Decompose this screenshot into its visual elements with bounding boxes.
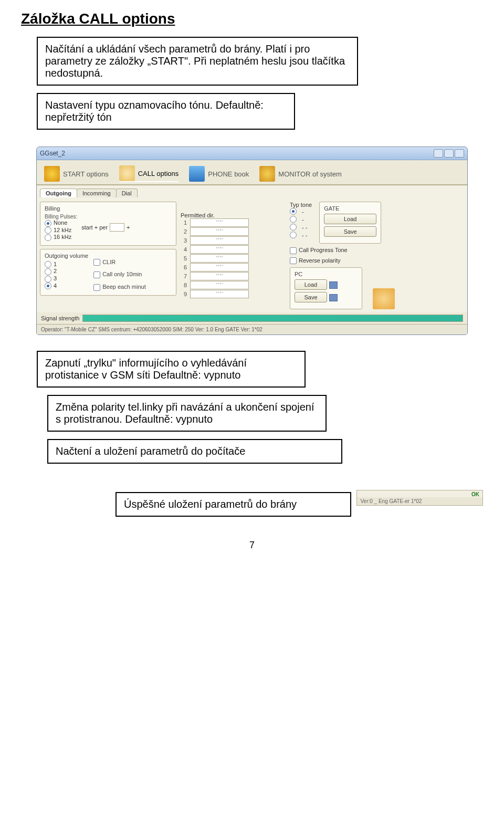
close-icon[interactable] — [455, 149, 464, 158]
start-icon — [44, 166, 60, 182]
permitted-input[interactable]: **** — [190, 263, 249, 271]
info-box-success: Úspěšné uložení parametrů do brány — [116, 492, 351, 517]
typ-tone-title: Typ tone — [290, 202, 312, 208]
outgoing-vol-group: Outgoing volume 1 2 3 4 CLIR Call only 1… — [40, 249, 176, 296]
tone-opt-2[interactable]: - — [290, 216, 312, 223]
pc-title: PC — [295, 271, 358, 277]
window-title: GGset_2 — [40, 150, 65, 157]
phone-icon — [189, 166, 205, 182]
permitted-input[interactable]: **** — [190, 281, 249, 289]
permitted-row: 1**** — [181, 218, 249, 227]
status-line2: Ver:0 _ Eng GATE-er 1*02 — [357, 497, 482, 505]
permitted-input[interactable]: **** — [190, 290, 249, 298]
permitted-dir: Permitted dir. 1****2****3****4****5****… — [181, 212, 249, 298]
permitted-row: 8**** — [181, 281, 249, 289]
pc-save-button[interactable]: Save — [295, 292, 327, 302]
subtab-dial[interactable]: Dial — [116, 189, 138, 197]
info-box-load-save-gate: Načítání a ukládání všech parametrů do b… — [37, 37, 358, 86]
permitted-index: 5 — [181, 255, 187, 262]
permitted-row: 5**** — [181, 254, 249, 263]
permitted-index: 7 — [181, 273, 187, 279]
tab-monitor[interactable]: MONITOR of system — [259, 166, 341, 182]
permitted-input[interactable]: **** — [190, 236, 249, 245]
disk-icon — [329, 281, 338, 289]
call-progress-checkbox[interactable]: Call Progress Tone — [290, 247, 395, 254]
permitted-index: 2 — [181, 228, 187, 235]
vol-2[interactable]: 2 — [45, 268, 88, 275]
tab-start-options[interactable]: START options — [44, 166, 109, 182]
permitted-index: 6 — [181, 264, 187, 270]
permitted-row: 2**** — [181, 227, 249, 236]
page-number: 7 — [21, 540, 483, 551]
permitted-input[interactable]: **** — [190, 245, 249, 254]
tone-opt-3[interactable]: - - — [290, 224, 312, 231]
subtab-incoming[interactable]: Incomming — [77, 189, 117, 197]
vol-1[interactable]: 1 — [45, 261, 88, 268]
vol-4[interactable]: 4 — [45, 283, 88, 290]
permitted-index: 1 — [181, 219, 187, 226]
typ-tone-group: Typ tone - - - - - - — [290, 202, 312, 244]
permitted-index: 8 — [181, 282, 187, 288]
sub-tabs: Outgoing Incomming Dial — [40, 189, 464, 197]
signal-label: Signal strength — [41, 315, 79, 321]
pc-group: PC Load Save — [290, 267, 362, 309]
gate-load-button[interactable]: Load — [324, 214, 376, 224]
signal-row: Signal strength — [37, 312, 467, 324]
permitted-index: 3 — [181, 237, 187, 244]
billing-12khz[interactable]: 12 kHz — [45, 227, 77, 234]
monitor-icon — [259, 166, 275, 182]
startper-plus: + — [127, 224, 130, 231]
permitted-input[interactable]: **** — [190, 254, 249, 263]
gate-title: GATE — [324, 205, 376, 212]
status-ok: OK — [357, 490, 482, 497]
permitted-title: Permitted dir. — [181, 212, 249, 218]
maximize-icon[interactable] — [444, 149, 454, 158]
titlebar: GGset_2 — [37, 147, 467, 160]
tab-call-options[interactable]: CALL options — [119, 165, 179, 182]
out-vol-title: Outgoing volume — [45, 253, 88, 259]
main-tabs: START options CALL options PHONE book MO… — [37, 160, 467, 185]
billing-none[interactable]: None — [45, 219, 77, 227]
permitted-input[interactable]: **** — [190, 218, 249, 227]
callonly-checkbox[interactable]: Call only 10min — [93, 271, 146, 278]
permitted-index: 4 — [181, 246, 187, 253]
billing-16khz[interactable]: 16 kHz — [45, 234, 77, 241]
call-icon — [119, 165, 135, 181]
info-box-dial-tone: Nastavení typu oznamovacího tónu. Defaul… — [37, 93, 295, 130]
startper-select[interactable] — [110, 223, 124, 232]
small-status: OK Ver:0 _ Eng GATE-er 1*02 — [356, 490, 483, 506]
startper-label: start + per — [81, 224, 108, 231]
billing-pulses-label: Billing Pulses: — [45, 214, 77, 219]
pc-load-button[interactable]: Load — [295, 279, 327, 290]
reverse-polarity-checkbox[interactable]: Reverse polarity — [290, 257, 395, 265]
info-box-trylku: Zapnutí „trylku" informujícího o vyhledá… — [37, 351, 306, 388]
tab-label: MONITOR of system — [278, 170, 341, 178]
vol-3[interactable]: 3 — [45, 275, 88, 283]
tab-phone-book[interactable]: PHONE book — [189, 166, 249, 182]
gate-save-button[interactable]: Save — [324, 226, 376, 237]
tone-opt-1[interactable]: - — [290, 208, 312, 215]
tab-label: PHONE book — [208, 170, 249, 178]
info-box-polarity: Změna polarity tel.linky při navázání a … — [47, 395, 327, 432]
permitted-row: 9**** — [181, 290, 249, 298]
permitted-input[interactable]: **** — [190, 227, 249, 236]
info-box-pc-load-save: Načtení a uložení parametrů do počítače — [47, 439, 342, 464]
app-window: GGset_2 START options CALL options PHONE… — [36, 147, 468, 335]
tone-opt-4[interactable]: - - — [290, 232, 312, 238]
permitted-row: 7**** — [181, 272, 249, 280]
minimize-icon[interactable] — [434, 149, 443, 158]
permitted-row: 3**** — [181, 236, 249, 245]
beepeach-checkbox[interactable]: Beep each minut — [93, 284, 146, 291]
clir-checkbox[interactable]: CLIR — [93, 259, 146, 266]
tab-label: START options — [63, 170, 109, 178]
permitted-input[interactable]: **** — [190, 272, 249, 280]
subtab-outgoing[interactable]: Outgoing — [40, 189, 77, 197]
disk-icon — [329, 294, 338, 301]
permitted-index: 9 — [181, 291, 187, 297]
permitted-row: 6**** — [181, 263, 249, 271]
signal-bar — [82, 315, 463, 322]
tab-label: CALL options — [138, 170, 179, 177]
permitted-row: 4**** — [181, 245, 249, 254]
billing-title: Billing — [45, 205, 172, 212]
page-title: Záložka CALL options — [21, 11, 483, 27]
